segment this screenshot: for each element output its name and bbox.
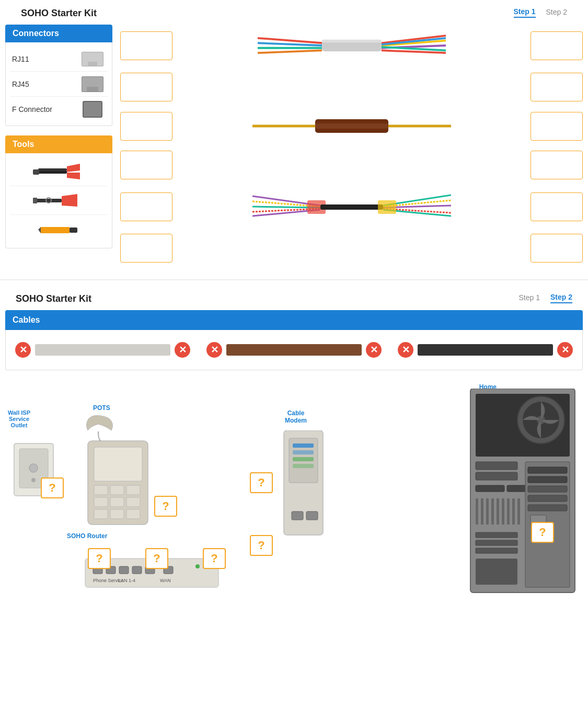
rj11-icon xyxy=(79,50,106,68)
question-box-pc[interactable]: ? xyxy=(531,522,554,543)
svg-point-45 xyxy=(29,464,38,472)
svg-rect-5 xyxy=(36,199,62,202)
svg-marker-12 xyxy=(41,227,70,233)
drop-box-3b[interactable] xyxy=(531,192,583,221)
question-mark-outlet: ? xyxy=(49,481,55,495)
svg-rect-89 xyxy=(486,498,489,525)
question-mark-phone: ? xyxy=(162,499,169,513)
question-box-router3[interactable]: ? xyxy=(203,548,226,569)
svg-rect-99 xyxy=(476,559,517,585)
question-mark-pc: ? xyxy=(539,526,546,539)
svg-rect-95 xyxy=(517,498,520,525)
drop-box-2b[interactable] xyxy=(531,112,583,141)
svg-marker-13 xyxy=(38,227,41,233)
question-box-modem-top[interactable]: ? xyxy=(250,472,273,493)
kit1-title: SOHO Starter Kit xyxy=(13,3,105,22)
drop-box-1b[interactable] xyxy=(531,31,583,60)
question-box-router1[interactable]: ? xyxy=(88,548,111,569)
svg-rect-87 xyxy=(476,498,478,525)
svg-rect-76 xyxy=(292,511,303,520)
fconn-icon xyxy=(79,100,106,118)
white-cable-img xyxy=(35,344,170,356)
fiber-cable-visual xyxy=(172,186,531,227)
question-box-phone[interactable]: ? xyxy=(154,496,177,517)
kit2-step1-tab[interactable]: Step 1 xyxy=(519,293,540,303)
svg-point-68 xyxy=(195,564,200,568)
remove-black-cable-right[interactable]: ✕ xyxy=(557,342,573,358)
black-cable-img xyxy=(418,344,553,356)
svg-rect-96 xyxy=(476,532,517,538)
svg-rect-102 xyxy=(528,476,567,483)
svg-rect-75 xyxy=(293,464,314,468)
svg-rect-74 xyxy=(293,457,314,461)
cable-slot-black: ✕ ✕ xyxy=(394,338,577,362)
soho-router-label: SOHO Router xyxy=(67,532,107,540)
question-mark-router1: ? xyxy=(96,552,102,565)
drop-box-3a[interactable] xyxy=(120,192,172,221)
svg-rect-84 xyxy=(476,472,517,480)
question-box-modem-bottom[interactable]: ? xyxy=(250,535,273,556)
connector-fconn[interactable]: F Connector xyxy=(10,97,108,121)
marker-icon xyxy=(38,222,80,237)
tool-crimper1[interactable] xyxy=(10,157,108,186)
cables-row: ✕ ✕ ✕ ✕ ✕ ✕ xyxy=(5,330,583,370)
svg-rect-104 xyxy=(528,495,567,502)
svg-marker-7 xyxy=(62,200,77,207)
svg-rect-4 xyxy=(33,169,39,175)
svg-rect-56 xyxy=(110,509,124,519)
svg-rect-55 xyxy=(94,509,108,519)
question-box-router2[interactable]: ? xyxy=(145,548,168,569)
svg-rect-97 xyxy=(476,540,517,545)
question-box-outlet[interactable]: ? xyxy=(41,477,64,498)
network-diagram: Wall ISPServiceOutlet ? POTS xyxy=(5,381,583,600)
svg-marker-3 xyxy=(67,173,80,179)
svg-line-15 xyxy=(258,43,322,45)
remove-white-cable-right[interactable]: ✕ xyxy=(175,342,190,358)
cable-drop-area xyxy=(112,25,583,269)
remove-brown-cable[interactable]: ✕ xyxy=(206,342,222,358)
rj45-icon xyxy=(79,75,106,93)
svg-rect-85 xyxy=(476,485,504,492)
cable-modem-label: CableModem xyxy=(285,409,307,424)
question-mark-router2: ? xyxy=(153,552,160,565)
kit2-title: SOHO Starter Kit xyxy=(8,288,99,308)
connector-rj11[interactable]: RJ11 xyxy=(10,47,108,72)
cable-row-3b xyxy=(120,234,583,263)
drop-box-2c[interactable] xyxy=(120,151,172,179)
tool-marker[interactable] xyxy=(10,215,108,244)
svg-rect-72 xyxy=(293,443,314,448)
remove-brown-cable-right[interactable]: ✕ xyxy=(366,342,382,358)
kit1-step2-tab[interactable]: Step 2 xyxy=(546,8,567,17)
svg-text:LAN 1-4: LAN 1-4 xyxy=(118,578,135,583)
drop-box-1d[interactable] xyxy=(531,73,583,101)
utp-cable-visual xyxy=(172,25,531,66)
svg-rect-51 xyxy=(126,485,140,495)
drop-box-2d[interactable] xyxy=(531,151,583,179)
svg-marker-6 xyxy=(62,194,77,201)
drop-box-3d[interactable] xyxy=(531,234,583,263)
cable-row-2 xyxy=(120,108,583,144)
drop-box-1a[interactable] xyxy=(120,31,172,60)
svg-rect-25 xyxy=(322,40,382,43)
drop-box-3c[interactable] xyxy=(120,234,172,263)
svg-rect-42 xyxy=(378,200,396,214)
brown-cable-img xyxy=(226,344,362,356)
svg-rect-88 xyxy=(481,498,483,525)
svg-line-14 xyxy=(258,38,322,43)
drop-box-2a[interactable] xyxy=(120,112,172,141)
kit-section-1: SOHO Starter Kit Step 1 Step 2 Connector… xyxy=(0,0,588,279)
svg-rect-90 xyxy=(491,498,494,525)
tool-stripper[interactable] xyxy=(10,186,108,215)
remove-black-cable[interactable]: ✕ xyxy=(398,342,413,358)
svg-marker-2 xyxy=(67,164,80,172)
kit1-step1-tab[interactable]: Step 1 xyxy=(514,7,536,18)
connectors-panel-body: RJ11 RJ45 F Connector xyxy=(5,42,112,126)
kit2-step2-tab[interactable]: Step 2 xyxy=(550,293,572,303)
drop-box-1c[interactable] xyxy=(120,73,172,101)
svg-rect-54 xyxy=(126,497,140,507)
svg-rect-101 xyxy=(528,467,567,473)
rj45-label: RJ45 xyxy=(12,80,79,88)
connector-rj45[interactable]: RJ45 xyxy=(10,72,108,97)
svg-text:WAN: WAN xyxy=(160,578,171,583)
remove-white-cable[interactable]: ✕ xyxy=(15,342,31,358)
